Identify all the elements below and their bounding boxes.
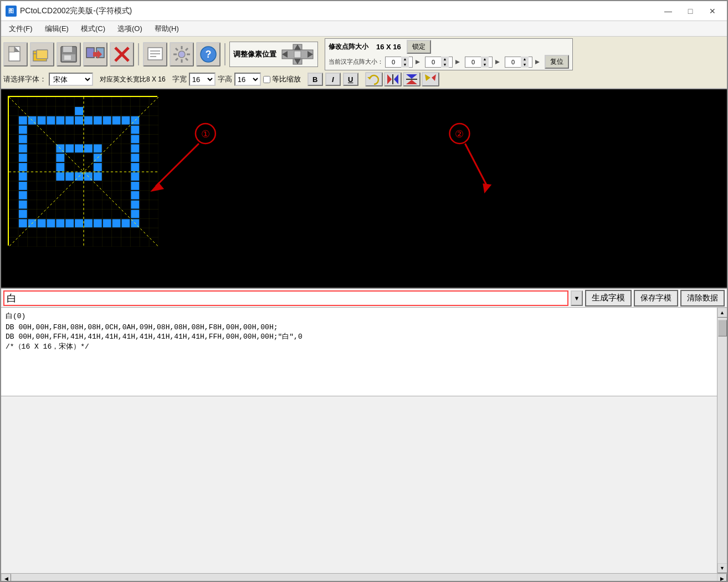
menu-edit[interactable]: 编辑(E) xyxy=(39,22,74,35)
toolbar-new-btn[interactable] xyxy=(3,42,28,67)
rotate-cw-btn[interactable] xyxy=(365,72,383,86)
maximize-button[interactable]: □ xyxy=(680,3,700,19)
svg-marker-42 xyxy=(387,74,392,84)
scale-checkbox[interactable] xyxy=(263,76,270,83)
italic-button[interactable]: I xyxy=(325,73,341,86)
code-char-label: 白(0) xyxy=(6,311,712,321)
svg-point-54 xyxy=(450,124,470,144)
bottom-area: 白(0) DB 00H,00H,F8H,08H,08H,0CH,0AH,09H,… xyxy=(1,308,727,582)
svg-point-50 xyxy=(196,124,216,144)
title-left: 图 PCtoLCD2002完美版-(字符模式) xyxy=(6,6,132,17)
underline-button[interactable]: U xyxy=(343,73,358,86)
spinbox-2-btns: ▲ ▼ xyxy=(441,57,449,68)
spinbox-4-input[interactable] xyxy=(505,59,521,65)
clear-button[interactable]: 清除数据 xyxy=(680,290,725,307)
spinbox-2-down[interactable]: ▼ xyxy=(441,62,449,68)
spinbox-2[interactable]: ▲ ▼ xyxy=(425,57,453,68)
toolbar-help-btn[interactable]: ? xyxy=(196,42,221,67)
spinbox-1-down[interactable]: ▼ xyxy=(401,62,409,68)
svg-line-26 xyxy=(186,48,188,50)
svg-marker-49 xyxy=(432,74,436,81)
modify-label: 修改点阵大小 xyxy=(329,42,368,52)
spinbox-3-down[interactable]: ▼ xyxy=(481,62,489,68)
svg-marker-44 xyxy=(394,74,398,84)
toolbar-area: ? 调整像素位置 修改点阵大小 xyxy=(1,37,727,89)
reset-button[interactable]: 复位 xyxy=(545,55,569,69)
arrow-right-icon2 xyxy=(454,58,463,67)
menu-mode[interactable]: 模式(C) xyxy=(75,22,111,35)
minimize-button[interactable]: — xyxy=(658,3,678,19)
svg-marker-41 xyxy=(367,77,372,79)
canvas-wrapper: ① ② xyxy=(1,89,727,288)
bold-button[interactable]: B xyxy=(307,73,323,86)
height-select[interactable]: 16 xyxy=(234,73,261,86)
app-icon: 图 xyxy=(6,6,17,17)
size-width-select[interactable]: 16 xyxy=(189,73,216,86)
svg-rect-10 xyxy=(86,48,94,58)
spinbox-4-down[interactable]: ▼ xyxy=(521,62,529,68)
toolbar-import-btn[interactable] xyxy=(83,42,107,67)
spinbox-3[interactable]: ▲ ▼ xyxy=(465,57,493,68)
menu-bar: 文件(F) 编辑(E) 模式(C) 选项(O) 帮助(H) xyxy=(1,21,727,37)
menu-options[interactable]: 选项(O) xyxy=(112,22,148,35)
svg-rect-36 xyxy=(294,51,301,58)
save-button[interactable]: 保存字模 xyxy=(634,290,678,307)
hscroll-left-button[interactable]: ◀ xyxy=(1,574,11,583)
close-button[interactable]: ✕ xyxy=(703,3,722,19)
spinbox-1-input[interactable] xyxy=(386,59,401,65)
svg-marker-48 xyxy=(425,74,430,81)
vscroll-track xyxy=(717,318,727,563)
toolbar-open-btn[interactable] xyxy=(30,42,54,67)
spinbox-4-up[interactable]: ▲ xyxy=(521,57,529,62)
hscroll-track xyxy=(11,574,717,583)
svg-marker-45 xyxy=(406,80,417,84)
toolbar-sep2 xyxy=(224,43,225,65)
toolbar-text-btn[interactable] xyxy=(143,42,167,67)
svg-text:①: ① xyxy=(201,129,210,140)
code-line-2: DB 00H,00H,FFH,41H,41H,41H,41H,41H,41H,4… xyxy=(6,331,712,341)
arrow-right-icon4 xyxy=(534,58,543,67)
char-preview xyxy=(8,96,157,246)
dropdown-button[interactable]: ▼ xyxy=(571,290,583,306)
spinbox-3-input[interactable] xyxy=(465,59,481,65)
generate-button[interactable]: 生成字模 xyxy=(585,290,632,307)
menu-file[interactable]: 文件(F) xyxy=(3,22,38,35)
svg-marker-39 xyxy=(495,60,500,64)
transform-btns xyxy=(365,72,439,86)
font-select[interactable]: 宋体 xyxy=(49,73,93,86)
flip-v-btn[interactable] xyxy=(403,72,421,86)
rotate-ccw-btn[interactable] xyxy=(422,72,439,86)
svg-marker-37 xyxy=(416,60,420,64)
scale-label: 等比缩放 xyxy=(272,74,301,84)
spinbox-2-input[interactable] xyxy=(425,59,441,65)
flip-h-btn[interactable] xyxy=(384,72,402,86)
svg-line-52 xyxy=(156,144,199,186)
vscroll-down-button[interactable]: ▼ xyxy=(717,563,727,573)
toolbar-row2: 请选择字体： 宋体 对应英文长宽比8 X 16 字宽 16 字高 16 等比缩放… xyxy=(3,72,725,86)
svg-line-56 xyxy=(465,144,487,186)
toolbar-delete-btn[interactable] xyxy=(110,42,134,67)
spinbox-3-up[interactable]: ▲ xyxy=(481,57,489,62)
vscroll-thumb[interactable] xyxy=(718,320,727,336)
vscroll-up-button[interactable]: ▲ xyxy=(717,308,727,318)
char-input[interactable] xyxy=(3,290,568,306)
modify-section: 修改点阵大小 16 X 16 锁定 当前汉字点阵大小： ▲ ▼ xyxy=(325,38,573,70)
scroll-container: 白(0) DB 00H,00H,F8H,08H,08H,0CH,0AH,09H,… xyxy=(1,308,727,573)
svg-marker-38 xyxy=(455,60,460,64)
code-scroll[interactable]: 白(0) DB 00H,00H,F8H,08H,08H,0CH,0AH,09H,… xyxy=(1,308,717,573)
svg-line-25 xyxy=(186,58,188,60)
pixel-canvas[interactable] xyxy=(9,97,158,247)
spinbox-1-up[interactable]: ▲ xyxy=(401,57,409,62)
hscroll-right-button[interactable]: ▶ xyxy=(717,574,727,583)
toolbar-settings-btn[interactable] xyxy=(170,42,194,67)
svg-rect-1 xyxy=(9,47,14,52)
title-bar: 图 PCtoLCD2002完美版-(字符模式) — □ ✕ xyxy=(1,1,727,21)
spinbox-4[interactable]: ▲ ▼ xyxy=(505,57,532,68)
spinbox-2-up[interactable]: ▲ xyxy=(441,57,449,62)
arrow-right-icon xyxy=(414,58,423,67)
horizontal-scrollbar: ◀ ▶ xyxy=(1,573,727,582)
menu-help[interactable]: 帮助(H) xyxy=(149,22,184,35)
toolbar-save-btn[interactable] xyxy=(57,42,81,67)
spinbox-1[interactable]: ▲ ▼ xyxy=(385,57,413,68)
lock-button[interactable]: 锁定 xyxy=(407,40,431,54)
